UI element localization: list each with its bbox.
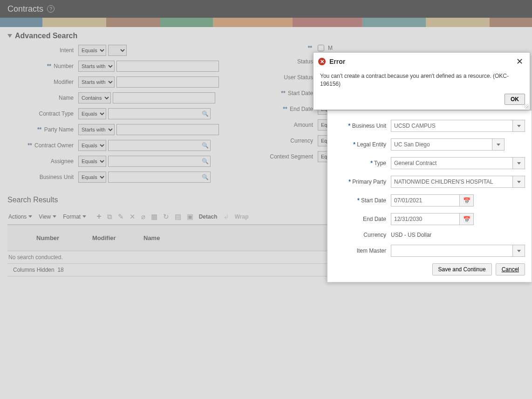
cp-currency-label: Currency bbox=[334, 232, 388, 238]
cp-item-master-label: Item Master bbox=[334, 248, 388, 254]
dropdown-icon[interactable] bbox=[513, 176, 525, 188]
cp-start-date-input[interactable] bbox=[391, 194, 460, 206]
cancel-button[interactable]: Cancel bbox=[496, 263, 525, 275]
cp-item-master-input[interactable] bbox=[391, 245, 513, 257]
cp-currency-value: USD - US Dollar bbox=[391, 232, 431, 238]
cp-legal-entity-label: * Legal Entity bbox=[334, 141, 388, 148]
dropdown-icon[interactable] bbox=[513, 157, 525, 169]
cp-type-label: * Type bbox=[334, 160, 388, 166]
dropdown-icon[interactable] bbox=[492, 138, 505, 151]
create-contract-panel: * Business Unit * Legal Entity * Type * … bbox=[327, 110, 532, 282]
cp-type-input[interactable] bbox=[391, 157, 513, 169]
cp-end-date-label: End Date bbox=[334, 216, 388, 222]
cp-business-unit-input[interactable] bbox=[391, 120, 513, 132]
close-icon[interactable]: ✕ bbox=[514, 56, 525, 67]
resize-grip-icon[interactable] bbox=[524, 104, 529, 109]
cp-start-date-label: * Start Date bbox=[334, 197, 388, 204]
cp-legal-entity-input[interactable] bbox=[391, 138, 492, 151]
error-dialog: ✕ Error ✕ You can't create a contract be… bbox=[313, 52, 530, 110]
cp-end-date-input[interactable] bbox=[391, 213, 460, 225]
calendar-icon[interactable]: 📅 bbox=[460, 213, 474, 225]
dropdown-icon[interactable] bbox=[513, 120, 525, 132]
cp-business-unit-label: * Business Unit bbox=[334, 123, 388, 129]
cp-primary-party-label: * Primary Party bbox=[334, 179, 388, 185]
error-title: Error bbox=[329, 58, 511, 65]
cp-primary-party-input[interactable] bbox=[391, 176, 513, 188]
error-icon: ✕ bbox=[318, 58, 326, 65]
save-and-continue-button[interactable]: Save and Continue bbox=[432, 263, 492, 275]
dropdown-icon[interactable] bbox=[513, 245, 525, 257]
error-message: You can't create a contract because you … bbox=[314, 70, 530, 94]
calendar-icon[interactable]: 📅 bbox=[460, 194, 474, 206]
ok-button[interactable]: OK bbox=[505, 94, 525, 105]
